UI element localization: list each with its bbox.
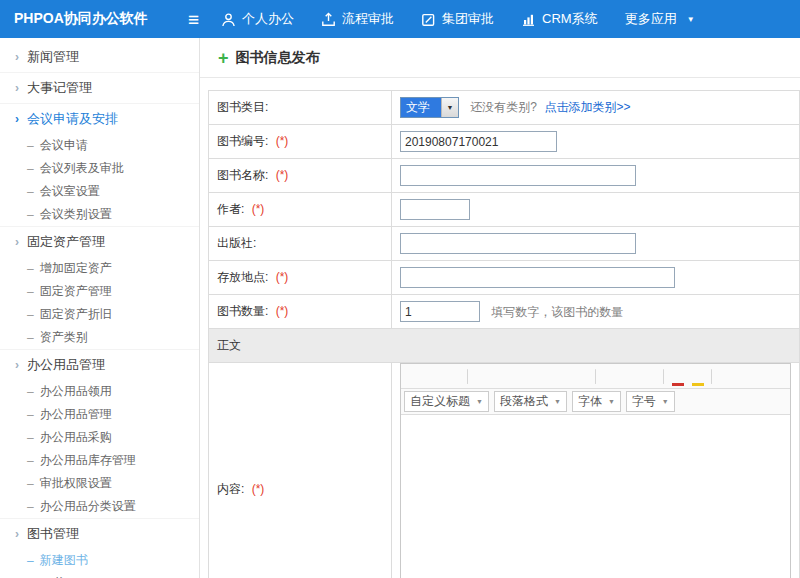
category-select[interactable]: 文学 ▼ bbox=[400, 97, 459, 118]
nav-label: 集团审批 bbox=[442, 10, 494, 28]
form-row-location: 存放地点: (*) bbox=[209, 261, 800, 295]
sidebar-item-fixed-asset-management[interactable]: › – 固定资产管理 bbox=[0, 280, 199, 303]
sidebar-group-news[interactable]: › – 新闻管理 bbox=[0, 42, 199, 72]
nav-group-approval[interactable]: 集团审批 bbox=[421, 10, 494, 28]
editor-toolbar-row1 bbox=[401, 364, 790, 389]
sidebar-item-supplies-category-settings[interactable]: › – 办公用品分类设置 bbox=[0, 495, 199, 518]
superscript-button[interactable] bbox=[552, 366, 571, 386]
form-row-content: 内容: (*) 自定义标题 ▼ 段落格式 bbox=[209, 363, 800, 578]
editor-content-area[interactable] bbox=[401, 415, 790, 578]
sidebar-item-approval-permission-settings[interactable]: › – 审批权限设置 bbox=[0, 472, 199, 495]
sidebar-group-events[interactable]: › – 大事记管理 bbox=[0, 72, 199, 103]
book-number-input[interactable] bbox=[400, 131, 557, 152]
toolbar-separator bbox=[595, 369, 596, 384]
nav-more-apps[interactable]: 更多应用 ▼ bbox=[625, 10, 695, 28]
strikethrough-button[interactable] bbox=[532, 366, 551, 386]
nav-crm-system[interactable]: CRM系统 bbox=[521, 10, 598, 28]
sidebar-item-book-management[interactable]: › – 图书管理 bbox=[0, 572, 199, 578]
quantity-input[interactable] bbox=[400, 301, 480, 322]
sidebar-item-label: 办公用品采购 bbox=[40, 429, 112, 446]
sidebar-item-supplies-inventory[interactable]: › – 办公用品库存管理 bbox=[0, 449, 199, 472]
toolbar-separator bbox=[467, 369, 468, 384]
ordered-list-button[interactable] bbox=[736, 366, 755, 386]
sidebar-item-label: 新建图书 bbox=[40, 552, 88, 569]
align-right-button[interactable] bbox=[720, 392, 739, 412]
menu-toggle-icon[interactable]: ≡ bbox=[188, 10, 199, 29]
indent-increase-button[interactable] bbox=[780, 392, 790, 412]
custom-title-select[interactable]: 自定义标题 ▼ bbox=[404, 391, 489, 412]
sidebar-item-new-book[interactable]: › – 新建图书 bbox=[0, 549, 199, 572]
sidebar-item-supplies-purchase[interactable]: › – 办公用品采购 bbox=[0, 426, 199, 449]
chevron-down-icon: ▼ bbox=[687, 15, 695, 24]
sidebar-group-books[interactable]: › – 图书管理 bbox=[0, 518, 199, 549]
align-justify-button[interactable] bbox=[740, 392, 759, 412]
sidebar-group-meetings[interactable]: › – 会议申请及安排 bbox=[0, 103, 199, 134]
field-label: 出版社: bbox=[217, 236, 256, 250]
italic-button[interactable] bbox=[492, 366, 511, 386]
font-color-button[interactable] bbox=[668, 366, 687, 386]
format-painter-button[interactable] bbox=[600, 366, 619, 386]
sidebar-item-fixed-asset-depreciation[interactable]: › – 固定资产折旧 bbox=[0, 303, 199, 326]
required-mark: (*) bbox=[276, 270, 289, 284]
sidebar-item-label: 办公用品管理 bbox=[27, 356, 105, 374]
sidebar-item-meeting-list-approval[interactable]: › – 会议列表及审批 bbox=[0, 157, 199, 180]
sidebar-item-meeting-category-settings[interactable]: › – 会议类别设置 bbox=[0, 203, 199, 226]
unordered-list-button[interactable] bbox=[716, 366, 735, 386]
author-input[interactable] bbox=[400, 199, 470, 220]
font-size-select[interactable]: 字号 ▼ bbox=[626, 391, 675, 412]
nav-personal-office[interactable]: 个人办公 bbox=[221, 10, 294, 28]
sidebar-item-label: 办公用品分类设置 bbox=[40, 498, 136, 515]
chevron-right-icon: › bbox=[15, 358, 19, 372]
sidebar-item-add-fixed-asset[interactable]: › – 增加固定资产 bbox=[0, 257, 199, 280]
sidebar-item-label: 办公用品库存管理 bbox=[40, 452, 136, 469]
sidebar-item-asset-category[interactable]: › – 资产类别 bbox=[0, 326, 199, 349]
required-mark: (*) bbox=[276, 168, 289, 182]
font-family-select[interactable]: 字体 ▼ bbox=[572, 391, 621, 412]
sidebar-item-label: 办公用品管理 bbox=[40, 406, 112, 423]
sidebar-item-meeting-room-settings[interactable]: › – 会议室设置 bbox=[0, 180, 199, 203]
html-source-button[interactable] bbox=[404, 366, 423, 386]
align-left-button[interactable] bbox=[680, 392, 699, 412]
book-name-input[interactable] bbox=[400, 165, 636, 186]
nav-process-approval[interactable]: 流程审批 bbox=[321, 10, 394, 28]
form-row-category: 图书类目: 文学 ▼ 还没有类别? 点击添加类别>> bbox=[209, 91, 800, 125]
undo-button[interactable] bbox=[424, 366, 443, 386]
sidebar-item-label: 会议类别设置 bbox=[40, 206, 112, 223]
dash-bullet: – bbox=[27, 554, 34, 568]
section-header: 正文 bbox=[209, 329, 800, 363]
indent-decrease-button[interactable] bbox=[760, 392, 779, 412]
sidebar-item-label: 会议列表及审批 bbox=[40, 160, 124, 177]
horizontal-rule-button[interactable] bbox=[756, 366, 775, 386]
sidebar-item-label: 新闻管理 bbox=[27, 48, 79, 66]
redo-button[interactable] bbox=[444, 366, 463, 386]
underline-button[interactable] bbox=[512, 366, 531, 386]
sidebar-item-supplies-claim[interactable]: › – 办公用品领用 bbox=[0, 380, 199, 403]
chevron-down-icon: ▼ bbox=[441, 98, 458, 117]
sidebar-item-meeting-apply[interactable]: › – 会议申请 bbox=[0, 134, 199, 157]
dash-bullet: – bbox=[27, 185, 34, 199]
highlight-color-button[interactable] bbox=[688, 366, 707, 386]
align-center-button[interactable] bbox=[700, 392, 719, 412]
toolbar-separator bbox=[711, 369, 712, 384]
bold-button[interactable] bbox=[472, 366, 491, 386]
toolbar-select-label: 段落格式 bbox=[500, 393, 548, 410]
sidebar-group-office-supplies[interactable]: › – 办公用品管理 bbox=[0, 349, 199, 380]
dash-bullet: – bbox=[27, 262, 34, 276]
add-category-link[interactable]: 点击添加类别>> bbox=[544, 100, 630, 114]
nav-label: 更多应用 bbox=[625, 10, 677, 28]
edit-square-icon bbox=[421, 12, 436, 27]
form-row-name: 图书名称: (*) bbox=[209, 159, 800, 193]
quantity-hint: 填写数字，该图书的数量 bbox=[491, 305, 623, 319]
subscript-button[interactable] bbox=[572, 366, 591, 386]
sidebar-item-supplies-management[interactable]: › – 办公用品管理 bbox=[0, 403, 199, 426]
toolbar-select-label: 字体 bbox=[578, 393, 602, 410]
user-icon bbox=[221, 12, 236, 27]
sidebar-group-fixed-assets[interactable]: › – 固定资产管理 bbox=[0, 226, 199, 257]
form-container: 图书类目: 文学 ▼ 还没有类别? 点击添加类别>> 图书编号: (*) bbox=[200, 78, 800, 578]
location-input[interactable] bbox=[400, 267, 675, 288]
publisher-input[interactable] bbox=[400, 233, 636, 254]
dash-bullet: – bbox=[27, 408, 34, 422]
remove-format-button[interactable] bbox=[620, 366, 639, 386]
blockquote-button[interactable] bbox=[640, 366, 659, 386]
paragraph-format-select[interactable]: 段落格式 ▼ bbox=[494, 391, 567, 412]
